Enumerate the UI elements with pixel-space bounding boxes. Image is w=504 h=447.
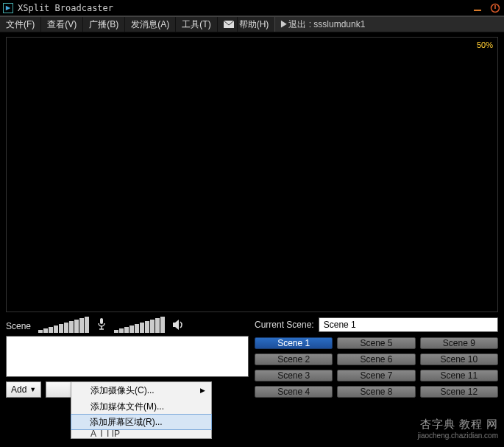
menu-message[interactable]: 发消息(A) bbox=[125, 17, 176, 32]
menu-add-ip-label: A I I IP bbox=[90, 429, 120, 439]
scene-button-4[interactable]: Scene 4 bbox=[255, 386, 333, 398]
close-button[interactable] bbox=[486, 1, 504, 15]
menu-add-ip-truncated[interactable]: A I I IP bbox=[71, 429, 211, 438]
scene-button-11[interactable]: Scene 11 bbox=[420, 370, 498, 381]
menu-view[interactable]: 查看(V) bbox=[41, 17, 83, 32]
mail-icon[interactable] bbox=[218, 17, 238, 32]
scene-button-12[interactable]: Scene 12 bbox=[420, 386, 498, 398]
watermark-line1: 杏字典 教程 网 bbox=[417, 418, 498, 432]
add-button-label: Add bbox=[11, 384, 26, 395]
svg-marker-8 bbox=[173, 320, 179, 330]
microphone-icon[interactable] bbox=[93, 317, 110, 333]
menu-add-media[interactable]: 添加媒体文件(M)... bbox=[71, 398, 211, 415]
svg-rect-1 bbox=[474, 10, 481, 11]
watermark: 杏字典 教程 网 jiaocheng.chazidian.com bbox=[417, 418, 498, 440]
current-scene-label: Current Scene: bbox=[255, 320, 314, 330]
menu-tools[interactable]: 工具(T) bbox=[176, 17, 217, 32]
add-source-context-menu: 添加摄像头(C)... ▶ 添加媒体文件(M)... 添加屏幕区域(R)... … bbox=[71, 381, 212, 439]
menu-add-camera[interactable]: 添加摄像头(C)... ▶ bbox=[71, 382, 211, 398]
svg-marker-0 bbox=[6, 5, 10, 10]
scene-button-5[interactable]: Scene 5 bbox=[337, 337, 415, 349]
scene-button-7[interactable]: Scene 7 bbox=[337, 370, 415, 381]
scene-button-10[interactable]: Scene 10 bbox=[420, 353, 498, 365]
window-title: XSplit Broadcaster bbox=[18, 3, 469, 13]
menu-add-camera-label: 添加摄像头(C)... bbox=[90, 384, 155, 397]
exit-label: ▶退出 : ssslumdunk1 bbox=[280, 18, 365, 31]
scene-header-label: Scene bbox=[6, 321, 31, 331]
scene-button-1[interactable]: Scene 1 bbox=[255, 337, 333, 349]
menu-add-media-label: 添加媒体文件(M)... bbox=[90, 401, 164, 413]
submenu-arrow-icon: ▶ bbox=[200, 387, 205, 394]
caret-down-icon: ▼ bbox=[29, 386, 36, 393]
speaker-icon[interactable] bbox=[169, 319, 187, 333]
exit-user-box[interactable]: ▶退出 : ssslumdunk1 bbox=[274, 17, 504, 32]
zoom-label: 50% bbox=[477, 41, 493, 49]
minimize-button[interactable] bbox=[469, 1, 486, 15]
scene-button-3[interactable]: Scene 3 bbox=[255, 370, 333, 381]
sources-list[interactable] bbox=[6, 336, 249, 377]
preview-canvas[interactable]: 50% bbox=[6, 37, 498, 312]
add-source-button[interactable]: Add ▼ bbox=[6, 381, 41, 398]
speaker-volume-slider[interactable] bbox=[114, 317, 165, 333]
app-icon bbox=[3, 3, 13, 13]
menu-help[interactable]: 帮助(H) bbox=[238, 17, 275, 32]
scene-button-6[interactable]: Scene 6 bbox=[337, 353, 415, 365]
current-scene-input[interactable] bbox=[319, 317, 498, 332]
menu-add-screen-label: 添加屏幕区域(R)... bbox=[90, 416, 163, 429]
scene-button-8[interactable]: Scene 8 bbox=[337, 386, 415, 398]
svg-rect-3 bbox=[494, 5, 496, 9]
scene-button-2[interactable]: Scene 2 bbox=[255, 353, 333, 365]
menu-add-screen-region[interactable]: 添加屏幕区域(R)... bbox=[71, 414, 212, 430]
svg-rect-5 bbox=[100, 318, 103, 324]
watermark-line2: jiaocheng.chazidian.com bbox=[417, 432, 498, 440]
menu-file[interactable]: 文件(F) bbox=[0, 17, 41, 32]
mic-volume-slider[interactable] bbox=[38, 317, 89, 333]
menu-broadcast[interactable]: 广播(B) bbox=[83, 17, 125, 32]
scene-button-9[interactable]: Scene 9 bbox=[420, 337, 498, 349]
